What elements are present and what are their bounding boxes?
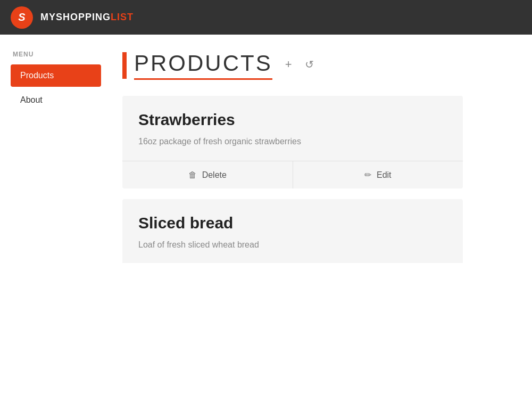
sidebar-menu-label: MENU (11, 51, 101, 58)
edit-label: Edit (377, 170, 392, 180)
refresh-icon: ↻ (305, 58, 314, 71)
content-area: PRODUCTS + ↻ Strawberries 16oz package o… (112, 51, 532, 279)
delete-label: Delete (202, 170, 227, 180)
page-title-actions: + ↻ (283, 55, 316, 76)
app-title: MYSHOPPINGLIST (40, 12, 134, 23)
refresh-button[interactable]: ↻ (303, 56, 316, 73)
logo-letter: S (18, 11, 25, 23)
product-name: Sliced bread (138, 214, 447, 232)
product-card-actions: 🗑 Delete ✏ Edit (122, 161, 463, 188)
trash-icon: 🗑 (188, 170, 197, 180)
edit-product-button[interactable]: ✏ Edit (293, 161, 463, 188)
product-card: Strawberries 16oz package of fresh organ… (122, 96, 463, 188)
title-accent-bar (122, 52, 127, 79)
page-title: PRODUCTS (134, 51, 272, 80)
app-title-accent: LIST (111, 12, 134, 22)
product-name: Strawberries (138, 111, 447, 129)
product-card-body: Strawberries 16oz package of fresh organ… (122, 96, 463, 161)
main-container: MENU Products About PRODUCTS + ↻ Strawbe… (0, 35, 532, 279)
page-title-bar: PRODUCTS + ↻ (122, 51, 516, 80)
app-title-main: MYSHOPPING (40, 12, 111, 22)
product-description: Loaf of fresh sliced wheat bread (138, 239, 447, 251)
product-card-body: Sliced bread Loaf of fresh sliced wheat … (122, 199, 463, 263)
sidebar-item-about[interactable]: About (11, 89, 101, 111)
product-card: Sliced bread Loaf of fresh sliced wheat … (122, 199, 463, 263)
app-logo: S (11, 6, 33, 29)
delete-product-button[interactable]: 🗑 Delete (122, 161, 293, 188)
sidebar-item-products[interactable]: Products (11, 64, 101, 87)
product-description: 16oz package of fresh organic strawberri… (138, 135, 447, 148)
app-header: S MYSHOPPINGLIST (0, 0, 532, 35)
add-product-button[interactable]: + (283, 55, 294, 73)
sidebar: MENU Products About (0, 51, 112, 279)
edit-icon: ✏ (364, 170, 371, 180)
